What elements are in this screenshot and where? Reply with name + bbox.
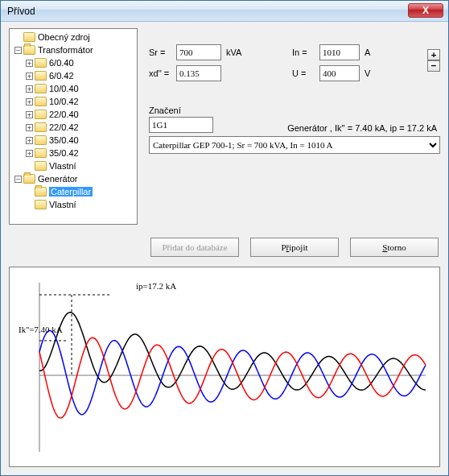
collapse-icon[interactable]: − [14,47,22,54]
tree-item-obecny-zdroj[interactable]: Obecný zdroj [11,31,135,43]
expand-icon[interactable]: + [26,60,33,67]
step-down-button[interactable]: − [427,60,440,72]
sr-label: Sr = [149,48,171,57]
waveform-plot: ip=17.2 kA Ik''=7.40 kA [15,275,434,460]
plot-panel: ip=17.2 kA Ik''=7.40 kA [9,267,440,467]
expand-icon[interactable]: + [26,150,33,157]
zn-label: Značení [149,106,440,115]
cancel-button[interactable]: Storno [350,238,439,257]
tree-item-6-040[interactable]: +6/0.40 [11,56,135,69]
in-label: In = [292,48,315,57]
u-stepper[interactable]: + − [427,49,440,72]
tree-item-10-040[interactable]: +10/0.40 [11,82,135,95]
tree-item-22-042[interactable]: +22/0.42 [11,121,135,134]
window: Přívod X Obecný zdroj −Transformátor +6/… [0,0,449,476]
tree-item-35-040[interactable]: +35/0.40 [11,134,135,147]
sr-input[interactable] [176,44,221,60]
xd-label: xd'' = [149,68,171,78]
upper-pane: Obecný zdroj −Transformátor +6/0.40 +6/0… [9,28,440,230]
tree-item-35-042[interactable]: +35/0.42 [11,147,135,159]
tree-item-10-042[interactable]: +10/0.42 [11,95,135,108]
tree-item-vlastni-t[interactable]: Vlastní [11,159,135,172]
zn-input[interactable] [149,117,213,133]
expand-icon[interactable]: + [26,111,33,118]
button-row: Přidat do databáze Připojit Storno [9,230,440,267]
tree-item-caterpillar[interactable]: Caterpillar [11,185,135,198]
in-input[interactable] [319,44,360,60]
u-input[interactable] [319,65,360,81]
close-button[interactable]: X [408,3,443,18]
generator-summary: Generátor , Ik'' = 7.40 kA, ip = 17.2 kA [229,123,440,133]
expand-icon[interactable]: + [26,85,33,93]
sr-unit: kVA [226,48,245,57]
tree-item-generator[interactable]: −Generátor [11,172,135,185]
connect-button[interactable]: Připojit [250,238,339,257]
title-text: Přívod [4,6,35,17]
tree-item-6-042[interactable]: +6/0.42 [11,69,135,82]
generator-combo[interactable]: Caterpillar GEP 700-1; Sr = 700 kVA, In … [149,136,440,154]
expand-icon[interactable]: + [26,72,33,80]
expand-icon[interactable]: + [26,137,33,144]
tree-item-transformator[interactable]: −Transformátor [11,43,135,56]
u-label: U = [292,68,315,78]
ik-annotation: Ik''=7.40 kA [19,325,63,334]
titlebar: Přívod X [1,1,448,22]
add-to-db-button[interactable]: Přidat do databáze [150,238,239,257]
form-panel: Sr = kVA In = A xd'' = U = V [149,28,440,230]
in-unit: A [365,48,384,57]
ip-annotation: ip=17.2 kA [136,281,176,291]
tree-view[interactable]: Obecný zdroj −Transformátor +6/0.40 +6/0… [9,28,138,225]
tree-item-22-040[interactable]: +22/0.40 [11,108,135,121]
content: Obecný zdroj −Transformátor +6/0.40 +6/0… [1,22,448,475]
xd-input[interactable] [176,65,221,81]
expand-icon[interactable]: + [26,124,33,131]
tree-item-vlastni-g[interactable]: Vlastní [11,198,135,211]
expand-icon[interactable]: + [26,98,33,106]
u-unit: V [365,68,384,78]
collapse-icon[interactable]: − [14,176,22,183]
step-up-button[interactable]: + [427,49,440,60]
